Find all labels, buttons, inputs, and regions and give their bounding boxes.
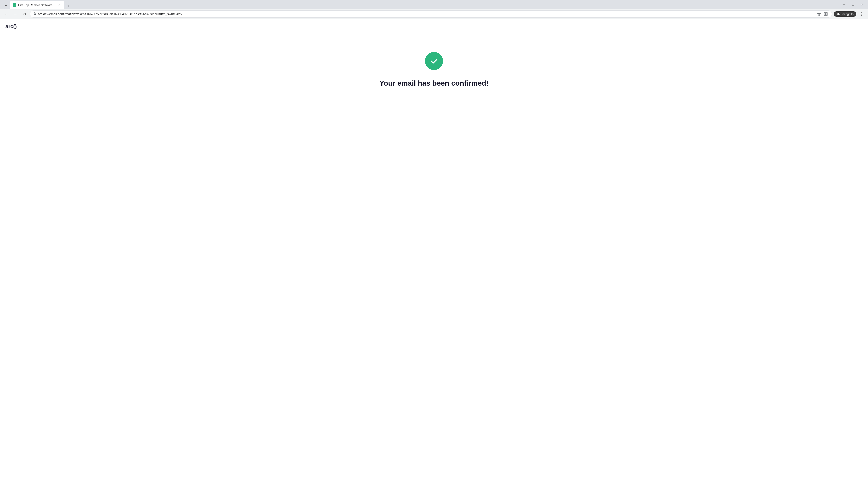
tab-strip: ✓ Hire Top Remote Software Dev ✕ + (3, 0, 71, 9)
window-controls: ─ □ ✕ (841, 1, 865, 8)
page-content: arc() Your email has been confirmed! (0, 19, 868, 488)
lock-icon (33, 12, 36, 16)
address-bar-actions (816, 11, 829, 17)
extensions-button[interactable] (823, 11, 829, 17)
incognito-label: Incognito (842, 12, 854, 16)
success-icon-wrapper (425, 52, 443, 70)
tab-favicon: ✓ (13, 3, 16, 7)
svg-rect-5 (826, 14, 827, 15)
svg-marker-1 (817, 12, 821, 16)
minimize-button[interactable]: ─ (841, 1, 847, 8)
main-content: Your email has been confirmed! (0, 34, 868, 105)
browser-chrome: ✓ Hire Top Remote Software Dev ✕ + ─ □ ✕… (0, 0, 868, 19)
title-bar: ✓ Hire Top Remote Software Dev ✕ + ─ □ ✕ (0, 0, 868, 9)
bookmark-button[interactable] (816, 11, 822, 17)
site-logo: arc() (5, 23, 863, 30)
close-button[interactable]: ✕ (859, 1, 865, 8)
tab-close-button[interactable]: ✕ (57, 3, 61, 7)
svg-rect-3 (826, 12, 827, 14)
tab-title: Hire Top Remote Software Dev (18, 3, 56, 7)
address-text: arc.dev/email-confirmation?token=1662775… (38, 12, 814, 16)
svg-rect-4 (824, 14, 826, 15)
checkmark-icon (430, 57, 438, 66)
svg-rect-2 (824, 12, 826, 14)
new-tab-button[interactable]: + (65, 3, 71, 9)
address-bar[interactable]: arc.dev/email-confirmation?token=1662775… (30, 10, 832, 18)
menu-button[interactable]: ⋮ (858, 10, 865, 18)
forward-button[interactable]: → (12, 10, 19, 18)
svg-rect-0 (34, 13, 36, 15)
nav-bar: ← → ↻ arc.dev/email-confirmation?token=1… (0, 9, 868, 19)
confirmation-message: Your email has been confirmed! (379, 79, 489, 88)
tab-dropdown-button[interactable] (3, 3, 9, 9)
incognito-badge[interactable]: Incognito (834, 11, 856, 17)
back-button[interactable]: ← (3, 10, 10, 18)
active-tab[interactable]: ✓ Hire Top Remote Software Dev ✕ (10, 1, 64, 9)
reload-button[interactable]: ↻ (21, 10, 28, 18)
site-header: arc() (0, 19, 868, 34)
maximize-button[interactable]: □ (850, 1, 856, 8)
